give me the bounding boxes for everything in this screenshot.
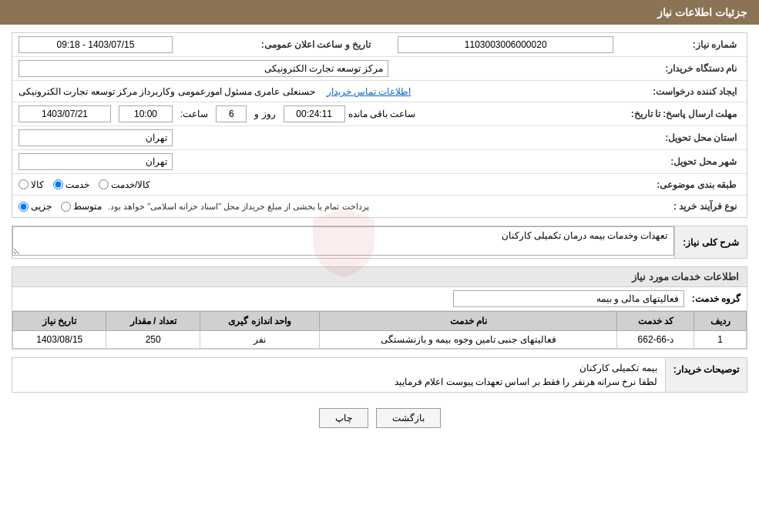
creator-value-cell: اطلاعات تماس خریدار حسنعلی عامری مسئول ا… (18, 86, 640, 97)
row-creator: ایجاد کننده درخواست: اطلاعات تماس خریدار… (12, 81, 747, 102)
row-purchase-type: نوع فرآیند خرید : پرداخت تمام یا بخشی از… (12, 196, 747, 217)
row-buyer-org: نام دستگاه خریدار: (12, 57, 747, 81)
category-kala: کالا (18, 179, 44, 190)
remaining-time-input[interactable] (284, 105, 345, 122)
services-section-title: اطلاعات خدمات مورد نیاز (12, 266, 747, 286)
province-input[interactable] (18, 129, 173, 146)
service-group-input[interactable] (453, 290, 684, 307)
content-area: شماره نیاز: تاریخ و ساعت اعلان عمومی: نا… (0, 25, 759, 443)
cell-date: 1403/08/15 (13, 331, 106, 349)
deadline-value-cell: ساعت باقی مانده روز و ساعت: (18, 105, 631, 122)
services-table: ردیف کد خدمت نام خدمت واحد اندازه گیری ت… (12, 311, 747, 349)
category-radio-group: کالا/خدمت خدمت کالا (18, 179, 150, 190)
time-label: ساعت: (180, 109, 208, 119)
service-group-row: گروه خدمت: (12, 287, 747, 311)
cell-unit: نفر (200, 331, 319, 349)
table-header-row: ردیف کد خدمت نام خدمت واحد اندازه گیری ت… (13, 312, 747, 331)
col-header-code: کد خدمت (617, 312, 694, 331)
purchase-type-jozi-label: جزیی (31, 201, 52, 212)
category-value-cell: کالا/خدمت خدمت کالا (18, 179, 640, 190)
deadline-date-input[interactable] (18, 105, 111, 122)
buyer-org-value-cell (18, 60, 640, 77)
purchase-radio-motavasset[interactable] (61, 202, 71, 212)
service-group-label: گروه خدمت: (692, 293, 741, 304)
category-khadamat-label: خدمت (65, 179, 89, 190)
category-label: طبقه بندی موضوعی: (640, 179, 741, 190)
col-header-name: نام خدمت (320, 312, 617, 331)
city-label: شهر محل تحویل: (640, 156, 741, 167)
deadline-label: مهلت ارسال پاسخ: تا تاریخ: (631, 109, 741, 119)
remaining-time-label: ساعت باقی مانده (348, 109, 416, 119)
category-radio-kala-khadamat[interactable] (99, 179, 109, 189)
announce-datetime-label: تاریخ و ساعت اعلان عمومی: (261, 39, 374, 50)
col-header-unit: واحد اندازه گیری (200, 312, 319, 331)
col-header-quantity: تعداد / مقدار (106, 312, 200, 331)
main-info-section: شماره نیاز: تاریخ و ساعت اعلان عمومی: نا… (12, 32, 747, 218)
city-value-cell (18, 153, 640, 170)
announce-datetime-value-cell (18, 36, 261, 53)
city-input[interactable] (18, 153, 173, 170)
category-radio-kala[interactable] (18, 179, 29, 189)
page-title: جزئیات اطلاعات نیاز (657, 6, 747, 18)
row-category: طبقه بندی موضوعی: کالا/خدمت خدمت کالا (12, 174, 747, 196)
description-section: شرح کلی نیاز: ana تعهدات وخدمات بیمه درم… (12, 226, 747, 259)
category-khadamat: خدمت (53, 179, 89, 190)
need-number-input[interactable] (398, 36, 613, 53)
cell-row-num: 1 (694, 331, 747, 349)
deadline-datetime-group: ساعت باقی مانده روز و ساعت: (18, 105, 631, 122)
col-header-date: تاریخ نیاز (13, 312, 106, 331)
purchase-type-motavasset-label: متوسط (73, 201, 102, 212)
cell-code: د-66-662 (617, 331, 694, 349)
need-number-value-cell (398, 36, 640, 53)
buyer-notes-section: توصیحات خریدار: بیمه تکمیلی کارکنان لطفا… (12, 357, 747, 393)
category-kala-khadamat-label: کالا/خدمت (111, 179, 150, 190)
remaining-time-group: ساعت باقی مانده (284, 105, 416, 122)
row-deadline: مهلت ارسال پاسخ: تا تاریخ: ساعت باقی مان… (12, 102, 747, 126)
need-number-label: شماره نیاز: (640, 39, 741, 50)
province-value-cell (18, 129, 640, 146)
contact-link[interactable]: اطلاعات تماس خریدار (327, 86, 411, 97)
purchase-type-value-cell: پرداخت تمام یا بخشی از مبلغ خریداز محل "… (18, 199, 640, 214)
buyer-org-input[interactable] (18, 60, 388, 77)
buyer-notes-content: بیمه تکمیلی کارکنان لطفا نرخ سرانه هرنفر… (12, 358, 665, 392)
cell-quantity: 250 (106, 331, 200, 349)
col-header-row-num: ردیف (694, 312, 747, 331)
description-value-cell: ana تعهدات وخدمات بیمه درمان تکمیلی کارک… (12, 226, 674, 258)
purchase-type-motavasset: متوسط (61, 201, 102, 212)
buyer-notes-label: توصیحات خریدار: (665, 358, 747, 392)
button-row: بازگشت چاپ (12, 400, 747, 436)
buyer-notes-line2: لطفا نرخ سرانه هرنفر را فقط بر اساس تعهد… (20, 376, 657, 387)
purchase-radio-jozi[interactable] (18, 202, 29, 212)
description-textarea[interactable]: تعهدات وخدمات بیمه درمان تکمیلی کارکنان (12, 226, 674, 256)
back-button[interactable]: بازگشت (376, 408, 441, 428)
purchase-note: پرداخت تمام یا بخشی از مبلغ خریداز محل "… (108, 199, 369, 214)
description-label: شرح کلی نیاز: (674, 226, 747, 258)
time-input[interactable] (119, 105, 173, 122)
row-need-number: شماره نیاز: تاریخ و ساعت اعلان عمومی: (12, 33, 747, 57)
purchase-radio-group: متوسط جزیی (18, 201, 102, 212)
purchase-type-jozi: جزیی (18, 201, 52, 212)
table-row: 1 د-66-662 فعالیتهای جنبی تامین وجوه بیم… (13, 331, 747, 349)
buyer-org-label: نام دستگاه خریدار: (640, 63, 741, 74)
buyer-notes-line1: بیمه تکمیلی کارکنان (20, 363, 657, 376)
row-province: استان محل تحویل: (12, 126, 747, 150)
category-kala-label: کالا (31, 179, 44, 190)
cell-name: فعالیتهای جنبی تامین وجوه بیمه و بازنشست… (320, 331, 617, 349)
services-table-section: گروه خدمت: ردیف کد خدمت نام خدمت واحد ان… (12, 286, 747, 350)
purchase-type-label: نوع فرآیند خرید : (640, 201, 741, 212)
page-wrapper: جزئیات اطلاعات نیاز شماره نیاز: تاریخ و … (0, 0, 759, 532)
days-input[interactable] (216, 105, 247, 122)
days-label: روز و (254, 109, 275, 119)
category-radio-khadamat[interactable] (53, 179, 63, 189)
creator-label: ایجاد کننده درخواست: (640, 86, 741, 97)
row-city: شهر محل تحویل: (12, 150, 747, 174)
province-label: استان محل تحویل: (640, 132, 741, 143)
announce-datetime-input[interactable] (18, 36, 173, 53)
category-kala-khadamat: کالا/خدمت (99, 179, 150, 190)
page-header: جزئیات اطلاعات نیاز (0, 0, 759, 25)
creator-value: حسنعلی عامری مسئول امورعمومی وکاربرداز م… (18, 86, 315, 97)
print-button[interactable]: چاپ (319, 408, 368, 428)
